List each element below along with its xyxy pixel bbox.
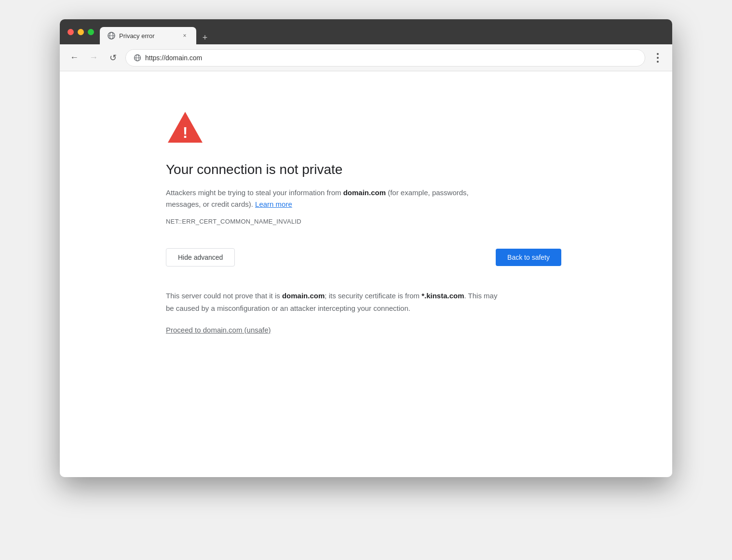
hide-advanced-button[interactable]: Hide advanced bbox=[166, 248, 235, 267]
menu-dot-1 bbox=[657, 53, 659, 55]
tab-title: Privacy error bbox=[119, 32, 177, 40]
advanced-text-part2: ; its security certificate is from bbox=[325, 292, 421, 300]
title-bar: Privacy error × + bbox=[60, 19, 672, 44]
svg-text:!: ! bbox=[183, 124, 188, 141]
error-description: Attackers might be trying to steal your … bbox=[166, 187, 503, 210]
warning-triangle-svg: ! bbox=[166, 110, 204, 145]
proceed-link[interactable]: Proceed to domain.com (unsafe) bbox=[166, 326, 271, 334]
minimize-button[interactable] bbox=[78, 29, 84, 35]
active-tab[interactable]: Privacy error × bbox=[100, 27, 196, 44]
traffic-lights bbox=[68, 29, 94, 35]
error-description-part1: Attackers might be trying to steal your … bbox=[166, 188, 343, 197]
forward-button[interactable]: → bbox=[87, 51, 100, 65]
learn-more-link[interactable]: Learn more bbox=[255, 200, 292, 208]
url-text: https://domain.com bbox=[145, 54, 202, 62]
tab-favicon bbox=[108, 32, 115, 40]
url-security-icon bbox=[134, 54, 141, 62]
close-button[interactable] bbox=[68, 29, 74, 35]
back-button[interactable]: ← bbox=[68, 51, 81, 65]
maximize-button[interactable] bbox=[88, 29, 94, 35]
advanced-text-part1: This server could not prove that it is bbox=[166, 292, 282, 300]
reload-button[interactable]: ↺ bbox=[106, 51, 120, 65]
back-to-safety-button[interactable]: Back to safety bbox=[496, 249, 561, 266]
menu-dot-3 bbox=[657, 61, 659, 63]
error-heading: Your connection is not private bbox=[166, 162, 561, 177]
menu-dot-2 bbox=[657, 57, 659, 59]
tabs-bar: Privacy error × + bbox=[100, 19, 664, 44]
browser-window: Privacy error × + ← → ↺ https://domain.c… bbox=[60, 19, 672, 477]
browser-menu-button[interactable] bbox=[651, 51, 664, 65]
error-container: ! Your connection is not private Attacke… bbox=[166, 110, 561, 334]
page-content: ! Your connection is not private Attacke… bbox=[60, 71, 672, 477]
warning-icon: ! bbox=[166, 110, 561, 147]
tab-close-button[interactable]: × bbox=[181, 32, 189, 40]
error-domain: domain.com bbox=[343, 188, 386, 197]
address-bar: ← → ↺ https://domain.com bbox=[60, 44, 672, 71]
button-row: Hide advanced Back to safety bbox=[166, 248, 561, 267]
advanced-domain: domain.com bbox=[282, 292, 325, 300]
advanced-cert: *.kinsta.com bbox=[421, 292, 464, 300]
new-tab-button[interactable]: + bbox=[198, 31, 212, 44]
url-bar[interactable]: https://domain.com bbox=[125, 49, 645, 67]
error-code: NET::ERR_CERT_COMMON_NAME_INVALID bbox=[166, 218, 561, 225]
advanced-text: This server could not prove that it is d… bbox=[166, 290, 503, 314]
